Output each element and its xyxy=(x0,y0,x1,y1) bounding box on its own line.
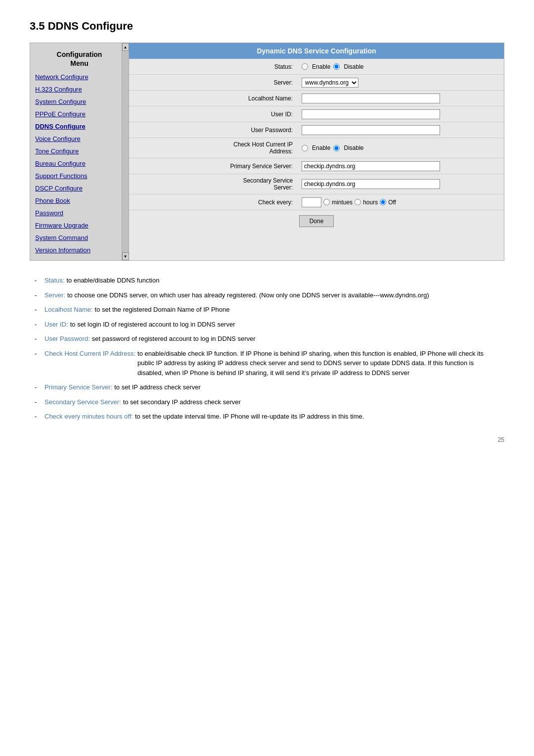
description-term: User Password: xyxy=(44,334,90,344)
description-term: Primary Service Server: xyxy=(44,382,112,392)
sidebar-item-firmware-upgrade[interactable]: Firmware Upgrade xyxy=(30,219,129,232)
secondary-server-control xyxy=(298,177,504,191)
user-id-input[interactable] xyxy=(302,109,440,119)
status-enable-radio[interactable] xyxy=(302,63,308,70)
sidebar-item-pppoe-configure[interactable]: PPPoE Configure xyxy=(30,108,129,120)
check-host-disable-radio[interactable] xyxy=(333,145,340,151)
localhost-name-control xyxy=(298,92,504,105)
sidebar-item-support-functions[interactable]: Support Functions xyxy=(30,170,129,182)
sidebar-item-bureau-configure[interactable]: Bureau Configure xyxy=(30,157,129,170)
sidebar-item-network-configure[interactable]: Network Configure xyxy=(30,71,129,83)
status-radio-group: Enable Disable xyxy=(302,63,363,70)
scroll-up-button[interactable]: ▲ xyxy=(122,43,129,51)
sidebar-item-phone-book[interactable]: Phone Book xyxy=(30,194,129,207)
check-every-control: mintues hours Off xyxy=(298,195,504,209)
check-host-disable-label: Disable xyxy=(344,144,363,151)
dns-form-header: Dynamic DNS Service Configuration xyxy=(129,43,504,59)
sidebar-item-voice-configure[interactable]: Voice Configure xyxy=(30,133,129,145)
check-every-minutes-radio[interactable] xyxy=(323,199,330,205)
sidebar-item-password[interactable]: Password xyxy=(30,207,129,219)
sidebar-item-system-configure[interactable]: System Configure xyxy=(30,95,129,108)
description-section: Status: to enable/disable DDNS functionS… xyxy=(30,276,504,422)
server-row: Server: www.dyndns.org xyxy=(129,75,504,91)
status-disable-label: Disable xyxy=(344,63,363,70)
check-every-group: mintues hours Off xyxy=(302,197,396,207)
sidebar: ConfigurationMenu Network ConfigureH.323… xyxy=(30,43,129,260)
check-host-enable-radio[interactable] xyxy=(302,145,308,151)
sidebar-item-dscp-configure[interactable]: DSCP Configure xyxy=(30,182,129,194)
description-item: Server: to choose one DDNS server, on wh… xyxy=(35,290,499,300)
check-every-label: Check every: xyxy=(129,196,298,209)
description-text: to choose one DDNS server, on which user… xyxy=(67,290,429,300)
description-text: to set IP address check server xyxy=(114,382,201,392)
description-item: Status: to enable/disable DDNS function xyxy=(35,276,499,285)
user-password-input[interactable] xyxy=(302,125,440,135)
status-enable-label: Enable xyxy=(312,63,330,70)
done-row: Done xyxy=(129,210,504,232)
user-id-control xyxy=(298,107,504,121)
check-host-control: Enable Disable xyxy=(298,142,504,153)
sidebar-item-system-command[interactable]: System Command xyxy=(30,232,129,244)
description-item: Localhost Name: to set the registered Do… xyxy=(35,305,499,315)
user-password-control xyxy=(298,123,504,137)
description-term: User ID: xyxy=(44,320,68,330)
page-title: 3.5 DDNS Configure xyxy=(30,20,504,33)
server-label: Server: xyxy=(129,76,298,89)
description-text: to set the registered Domain Name of IP … xyxy=(95,305,230,315)
description-item: Check Host Current IP Address: to enable… xyxy=(35,349,499,378)
secondary-server-input[interactable] xyxy=(302,179,440,189)
sidebar-item-ddns-configure[interactable]: DDNS Configure xyxy=(30,120,129,133)
primary-server-control xyxy=(298,159,504,173)
description-item: User Password: set password of registere… xyxy=(35,334,499,344)
sidebar-item-version-information[interactable]: Version Information xyxy=(30,244,129,256)
status-control: Enable Disable xyxy=(298,61,504,72)
user-id-row: User ID: xyxy=(129,106,504,122)
check-every-off-radio[interactable] xyxy=(380,199,386,205)
secondary-server-label: Secondary ServiceServer: xyxy=(129,174,298,194)
check-every-off-label: Off xyxy=(388,199,396,206)
server-select[interactable]: www.dyndns.org xyxy=(302,78,358,88)
localhost-name-input[interactable] xyxy=(302,94,440,103)
primary-server-input[interactable] xyxy=(302,161,440,171)
main-layout: ConfigurationMenu Network ConfigureH.323… xyxy=(30,43,504,261)
server-control: www.dyndns.org xyxy=(298,76,504,90)
primary-server-row: Primary Service Server: xyxy=(129,158,504,174)
description-text: to set secondary IP address check server xyxy=(123,397,241,407)
sidebar-item-tone-configure[interactable]: Tone Configure xyxy=(30,145,129,157)
scroll-down-button[interactable]: ▼ xyxy=(122,252,129,260)
localhost-name-label: Localhost Name: xyxy=(129,92,298,105)
description-text: set password of registered account to lo… xyxy=(92,334,256,344)
check-host-radio-group: Enable Disable xyxy=(302,144,363,151)
description-term: Check every minutes hours off: xyxy=(44,412,133,422)
description-term: Check Host Current IP Address: xyxy=(44,349,135,378)
status-row: Status: Enable Disable xyxy=(129,59,504,75)
status-label: Status: xyxy=(129,60,298,73)
status-disable-radio[interactable] xyxy=(333,63,340,70)
check-host-enable-label: Enable xyxy=(312,144,330,151)
description-text: to enable/disable check IP function. If … xyxy=(137,349,499,378)
check-host-row: Check Host Current IPAddress: Enable Dis… xyxy=(129,138,504,158)
sidebar-item-h323-configure[interactable]: H.323 Configure xyxy=(30,83,129,95)
description-term: Secondary Service Server: xyxy=(44,397,121,407)
description-term: Status: xyxy=(44,276,64,285)
description-item: User ID: to set login ID of registered a… xyxy=(35,320,499,330)
description-text: to set the update interval time. IP Phon… xyxy=(135,412,364,422)
description-item: Check every minutes hours off: to set th… xyxy=(35,412,499,422)
description-term: Server: xyxy=(44,290,65,300)
description-list: Status: to enable/disable DDNS functionS… xyxy=(35,276,499,422)
check-every-hours-label: hours xyxy=(363,199,378,206)
done-button[interactable]: Done xyxy=(299,215,334,227)
secondary-server-row: Secondary ServiceServer: xyxy=(129,174,504,194)
user-password-row: User Password: xyxy=(129,122,504,138)
check-every-input[interactable] xyxy=(302,197,321,207)
user-password-label: User Password: xyxy=(129,124,298,137)
description-text: to set login ID of registered account to… xyxy=(70,320,235,330)
page-number: 25 xyxy=(30,436,504,443)
description-item: Secondary Service Server: to set seconda… xyxy=(35,397,499,407)
primary-server-label: Primary Service Server: xyxy=(129,160,298,173)
sidebar-scrollbar: ▲ ▼ xyxy=(122,43,129,260)
description-term: Localhost Name: xyxy=(44,305,93,315)
user-id-label: User ID: xyxy=(129,108,298,121)
check-every-hours-radio[interactable] xyxy=(355,199,361,205)
description-item: Primary Service Server: to set IP addres… xyxy=(35,382,499,392)
